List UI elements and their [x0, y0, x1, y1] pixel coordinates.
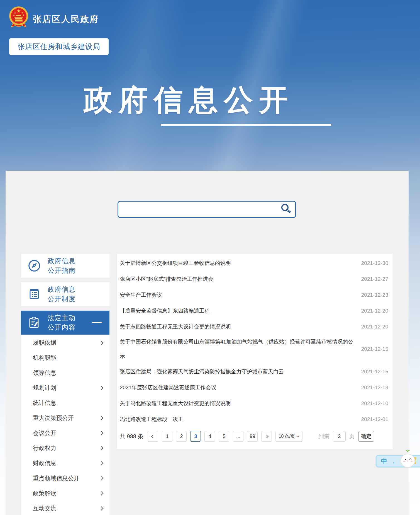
search-box [118, 201, 296, 218]
search-button[interactable] [279, 203, 292, 216]
news-row: 关于中国石化销售股份有限公司山东淄博第41加油加气站燃气（供应站）经营许可延续审… [120, 335, 388, 364]
news-row: 冯北路改造工程标段一竣工 2021-12-01 [120, 411, 388, 427]
sidebar-menu-item[interactable]: 履职依据 [21, 335, 109, 350]
sidebar-menu-item-label: 互动交流 [33, 504, 56, 512]
national-emblem-icon: ★ ★ ★ ★ ★ [8, 6, 30, 28]
news-row: 2021年度张店区住建局述责述廉工作会议 2021-12-13 [120, 379, 388, 395]
news-title-link[interactable]: 关于冯北路改造工程无重大设计变更的情况说明 [120, 396, 231, 411]
site-title[interactable]: 张店区人民政府 [33, 13, 99, 25]
svg-text:★: ★ [13, 14, 15, 16]
sidebar-menu-item[interactable]: 规划计划 [21, 380, 109, 395]
page-number-button[interactable]: 3 [190, 431, 201, 442]
sidebar-menu-item-label: 领导信息 [33, 369, 56, 377]
punctuation-mode-icon[interactable]: ， [391, 459, 396, 464]
mascot-character[interactable] [400, 449, 416, 468]
news-date: 2021-12-23 [356, 292, 388, 298]
news-row: 【质量安全监督信息】东四路畅通工程 2021-12-20 [120, 303, 388, 319]
department-badge[interactable]: 张店区住房和城乡建设局 [9, 38, 109, 55]
chevron-right-icon [99, 416, 104, 420]
sidebar-menu-item-label: 规划计划 [33, 384, 56, 392]
news-date: 2021-12-27 [356, 276, 388, 282]
sidebar-menu-item[interactable]: 重点领域信息公开 [21, 471, 109, 486]
sidebar-menu-item-label: 履职依据 [33, 339, 56, 347]
search-input[interactable] [123, 202, 279, 217]
news-date: 2021-12-13 [356, 385, 388, 391]
news-date: 2021-12-20 [356, 324, 388, 330]
sidebar-menu-item-label: 机构职能 [33, 354, 56, 362]
goto-confirm-button[interactable]: 确定 [358, 431, 374, 442]
page-number-button[interactable]: 2 [176, 431, 187, 442]
page-number-button[interactable]: 5 [219, 431, 229, 442]
chevron-right-icon [99, 476, 104, 480]
chevron-right-icon [99, 431, 104, 435]
goto-prefix-label: 到第 [318, 433, 329, 440]
goto-page-input[interactable] [333, 431, 346, 442]
chevron-right-icon [99, 491, 104, 495]
prev-page-button[interactable] [148, 431, 158, 442]
sidebar-card-disclosure-system[interactable]: 政府信息 公开制度 [21, 282, 109, 306]
next-page-button[interactable] [261, 431, 272, 442]
news-title-link[interactable]: 张店区住建局：强化雾霾天气扬尘污染防控措施全力守护城市蓝天白云 [120, 364, 284, 379]
sidebar-menu-item[interactable]: 政策解读 [21, 486, 109, 501]
compass-icon [27, 258, 41, 273]
news-title-link[interactable]: 冯北路改造工程标段一竣工 [120, 412, 183, 427]
news-title-link[interactable]: 【质量安全监督信息】东四路畅通工程 [120, 304, 210, 318]
sidebar-card-disclosure-guide[interactable]: 政府信息 公开指南 [21, 254, 109, 278]
sidebar-menu-item[interactable]: 行政权力 [21, 441, 109, 456]
search-key-icon [280, 203, 292, 216]
collapse-minus-icon [92, 322, 102, 323]
sidebar-card-label: 法定主动 公开内容 [48, 313, 75, 332]
page-number-button[interactable]: ... [233, 431, 243, 442]
sidebar-menu-item[interactable]: 统计信息 [21, 395, 109, 410]
chevron-right-icon [99, 461, 104, 465]
caret-down-icon: ▼ [297, 435, 299, 438]
chevron-right-icon [99, 446, 104, 450]
sidebar-menu-item[interactable]: 财政信息 [21, 456, 109, 471]
news-date: 2021-12-20 [356, 308, 388, 314]
chevron-right-icon [265, 435, 268, 438]
news-title-link[interactable]: 张店区小区“起底式”排查整治工作推进会 [120, 272, 213, 286]
svg-text:★: ★ [22, 14, 25, 16]
sidebar-menu-item[interactable]: 会议公开 [21, 425, 109, 441]
page-number-button[interactable]: 4 [204, 431, 215, 442]
news-date: 2021-12-01 [356, 416, 388, 422]
sidebar-menu-item[interactable]: 重大决策预公开 [21, 410, 109, 425]
news-title-link[interactable]: 安全生产工作会议 [120, 288, 162, 302]
page-number-button[interactable]: 1 [162, 431, 172, 442]
news-title-link[interactable]: 关于淄博新区公交枢纽项目竣工验收信息的说明 [120, 256, 231, 270]
chinese-mode-icon[interactable]: 中 [381, 458, 387, 464]
sidebar-card-statutory-disclosure[interactable]: 法定主动 公开内容 [21, 311, 109, 335]
pagination-bar: 共 988 条 1 2 3 4 5 ... 99 [120, 431, 388, 442]
title-underline [161, 124, 331, 126]
page-size-select[interactable]: 10 条/页 ▼ [275, 431, 302, 442]
news-title-link[interactable]: 2021年度张店区住建局述责述廉工作会议 [120, 380, 216, 395]
svg-text:★: ★ [16, 8, 21, 14]
sidebar-menu: 履职依据 机构职能 领导信息 规划计划 [21, 335, 109, 515]
news-row: 安全生产工作会议 2021-12-23 [120, 287, 388, 303]
news-date: 2021-12-15 [356, 346, 388, 352]
sidebar-menu-item-label: 重点领域信息公开 [33, 474, 80, 482]
news-row: 关于东四路畅通工程无重大设计变更的情况说明 2021-12-20 [120, 319, 388, 335]
page-size-label: 10 条/页 [279, 434, 295, 439]
news-title-link[interactable]: 关于东四路畅通工程无重大设计变更的情况说明 [120, 320, 231, 334]
sidebar-menu-item-label: 重大决策预公开 [33, 414, 74, 422]
document-icon [27, 287, 41, 301]
sidebar-menu-item-label: 政策解读 [33, 489, 56, 497]
sidebar-menu-item[interactable]: 互动交流 [21, 501, 109, 515]
clipboard-pencil-icon [27, 315, 41, 330]
chevron-right-icon [99, 386, 104, 390]
sidebar-menu-item[interactable]: 机构职能 [21, 350, 109, 365]
sidebar-menu-item[interactable]: 领导信息 [21, 365, 109, 380]
ime-toolbar-widget: 中 ， [376, 449, 420, 472]
news-row: 张店区小区“起底式”排查整治工作推进会 2021-12-27 [120, 271, 388, 287]
news-title-link[interactable]: 关于中国石化销售股份有限公司山东淄博第41加油加气站燃气（供应站）经营许可延续审… [120, 335, 356, 364]
news-list-panel: 关于淄博新区公交枢纽项目竣工验收信息的说明 2021-12-30 张店区小区“起… [117, 254, 393, 449]
page-number-button[interactable]: 99 [247, 431, 258, 442]
news-row: 关于冯北路改造工程无重大设计变更的情况说明 2021-12-10 [120, 395, 388, 411]
sidebar-menu-item-label: 行政权力 [33, 444, 56, 452]
sidebar-menu-item-label: 财政信息 [33, 459, 56, 467]
news-row: 关于淄博新区公交枢纽项目竣工验收信息的说明 2021-12-30 [120, 255, 388, 271]
news-date: 2021-12-15 [356, 369, 388, 375]
news-row: 张店区住建局：强化雾霾天气扬尘污染防控措施全力守护城市蓝天白云 2021-12-… [120, 364, 388, 379]
goto-suffix-label: 页 [349, 433, 355, 440]
